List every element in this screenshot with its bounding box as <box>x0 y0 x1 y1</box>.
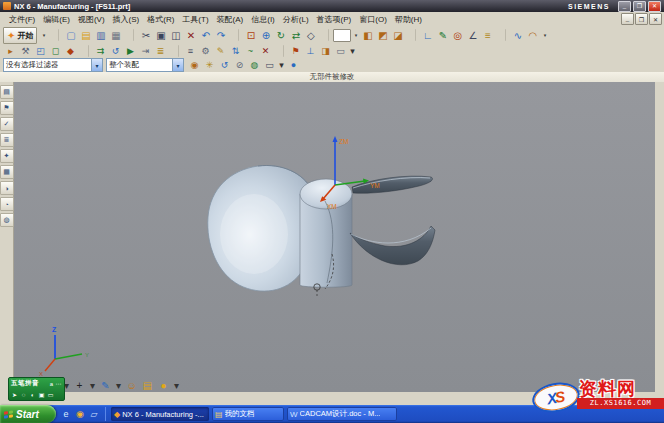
roles-palette[interactable]: ◑ <box>0 181 14 195</box>
create-program[interactable]: ▸ <box>3 45 18 57</box>
feed-rates[interactable]: ⚑ <box>288 45 303 57</box>
menu-assemblies[interactable]: 装配(A) <box>213 14 248 25</box>
create-tool[interactable]: ⚒ <box>18 45 33 57</box>
snap-settings[interactable]: ◎ <box>450 28 465 43</box>
window-minimize[interactable]: _ <box>618 1 631 12</box>
ime-pointer[interactable]: ➤ <box>11 391 18 399</box>
perspective-view[interactable]: ◇ <box>303 28 318 43</box>
render-style-arrow[interactable]: ▾ <box>351 28 360 43</box>
reuse-library[interactable]: ▦ <box>0 165 14 179</box>
redo[interactable]: ↷ <box>213 28 228 43</box>
tool-display[interactable]: ⊥ <box>303 45 318 57</box>
snap-point[interactable]: ◉ <box>187 59 202 71</box>
sketch-arrow[interactable]: ▾ <box>114 378 123 392</box>
assembly-navigator[interactable]: ▤ <box>0 85 14 99</box>
chevron-down-icon[interactable]: ▾ <box>172 59 183 71</box>
pan-view[interactable]: ⇄ <box>288 28 303 43</box>
orient-front-view[interactable]: ◧ <box>360 28 375 43</box>
machine-simulation[interactable]: ⚙ <box>198 45 213 57</box>
ime-widget[interactable]: 五笔拼音 a⋯ ➤◌◐▣▭ <box>8 377 65 401</box>
point-arrow[interactable]: ▾ <box>88 378 97 392</box>
new-file[interactable]: ▢ <box>63 28 78 43</box>
rotate-view[interactable]: ↻ <box>273 28 288 43</box>
task-nx[interactable]: ◆NX 6 - Manufacturing -... <box>111 407 209 421</box>
task-my-documents[interactable]: ▤我的文档 <box>212 407 284 421</box>
window-restore[interactable]: ❐ <box>633 1 646 12</box>
render-style[interactable] <box>333 29 351 42</box>
task-word-doc[interactable]: WCADCAM设计.doc - M... <box>287 407 397 421</box>
media-launcher[interactable]: ◉ <box>74 408 86 421</box>
show-desktop[interactable]: ▱ <box>88 408 100 421</box>
menu-window[interactable]: 窗口(O) <box>355 14 391 25</box>
transform-object[interactable]: ⇅ <box>228 45 243 57</box>
menu-analysis[interactable]: 分析(L) <box>279 14 313 25</box>
chevron-down-icon[interactable]: ▾ <box>91 59 102 71</box>
open-file[interactable]: ▤ <box>78 28 93 43</box>
datum-csys[interactable]: ∟ <box>420 28 435 43</box>
highlight-selection[interactable]: ◍ <box>247 59 262 71</box>
toolbar-options-2[interactable]: ▾ <box>348 45 357 57</box>
generate-toolpath[interactable]: ⇉ <box>93 45 108 57</box>
sketch[interactable]: ✎ <box>435 28 450 43</box>
selection-filter-combo[interactable]: 没有选择过滤器 ▾ <box>3 58 103 72</box>
create-geometry[interactable]: ◰ <box>33 45 48 57</box>
point-constructor[interactable]: + <box>72 378 87 392</box>
create-operation[interactable]: ◆ <box>63 45 78 57</box>
paste[interactable]: ◫ <box>168 28 183 43</box>
create-method[interactable]: ◻ <box>48 45 63 57</box>
graphics-viewport[interactable]: ZM YM XM Z Y X <box>14 82 655 392</box>
ime-punctuation[interactable]: ▣ <box>38 391 45 399</box>
fit-view[interactable]: ⊡ <box>243 28 258 43</box>
propeller-blade-right[interactable] <box>350 226 435 265</box>
part-navigator[interactable]: ✓ <box>0 117 14 131</box>
select-general[interactable]: ✳ <box>202 59 217 71</box>
shaded-ball[interactable]: ● <box>286 59 301 71</box>
boundary-display[interactable]: ▭ <box>333 45 348 57</box>
ime-magnifier[interactable]: ◌ <box>20 391 27 399</box>
edit-object[interactable]: ✎ <box>213 45 228 57</box>
window-close[interactable]: ✕ <box>648 1 661 12</box>
ime-fullhalf[interactable]: ◐ <box>29 391 36 399</box>
ime-more[interactable]: ⋯ <box>55 380 62 388</box>
menu-insert[interactable]: 插入(S) <box>109 14 144 25</box>
orient-trimetric-view[interactable]: ◪ <box>390 28 405 43</box>
child-close[interactable]: ✕ <box>649 13 662 25</box>
operator-assistant[interactable]: ☺ <box>124 378 139 392</box>
menu-preferences[interactable]: 首选项(P) <box>313 14 356 25</box>
save-file[interactable]: ▥ <box>93 28 108 43</box>
constraint-navigator[interactable]: ⚑ <box>0 101 14 115</box>
shop-documentation[interactable]: ≣ <box>153 45 168 57</box>
menu-tools[interactable]: 工具(T) <box>178 14 212 25</box>
child-minimize[interactable]: _ <box>621 13 634 25</box>
start-button[interactable]: Start <box>0 405 56 423</box>
start-app-menu[interactable]: ✦开始 <box>3 27 37 44</box>
history-palette[interactable]: ◔ <box>0 197 14 211</box>
list-toolpath[interactable]: ≡ <box>183 45 198 57</box>
surface-tools[interactable]: ◠ <box>525 28 540 43</box>
postprocess[interactable]: ⇥ <box>138 45 153 57</box>
machining-wizards[interactable]: ✦ <box>0 149 14 163</box>
show-toolpath[interactable]: ~ <box>243 45 258 57</box>
toolbar-options-1[interactable]: ▾ <box>540 28 549 43</box>
ime-mode-a[interactable]: a <box>48 380 55 388</box>
previous-selection[interactable]: ↺ <box>217 59 232 71</box>
verify-toolpath[interactable]: ▶ <box>123 45 138 57</box>
delete[interactable]: ✕ <box>183 28 198 43</box>
ime-keyboard[interactable]: ▭ <box>47 391 54 399</box>
start-app-arrow[interactable]: ▾ <box>39 28 48 43</box>
menu-view[interactable]: 视图(V) <box>74 14 109 25</box>
measure-angle[interactable]: ∠ <box>465 28 480 43</box>
ie-launcher[interactable]: e <box>60 408 72 421</box>
workpiece-display[interactable]: ◨ <box>318 45 333 57</box>
rectangle-select[interactable]: ▭ <box>262 59 277 71</box>
orient-iso-view[interactable]: ◩ <box>375 28 390 43</box>
cut[interactable]: ✂ <box>138 28 153 43</box>
operation-navigator[interactable]: ≣ <box>0 133 14 147</box>
sketch-curve[interactable]: ✎ <box>98 378 113 392</box>
menu-format[interactable]: 格式(R) <box>143 14 178 25</box>
curve-tools[interactable]: ∿ <box>510 28 525 43</box>
material-ball[interactable]: ● <box>156 378 171 392</box>
delete-operation[interactable]: ✕ <box>258 45 273 57</box>
print[interactable]: ▦ <box>108 28 123 43</box>
copy[interactable]: ▣ <box>153 28 168 43</box>
